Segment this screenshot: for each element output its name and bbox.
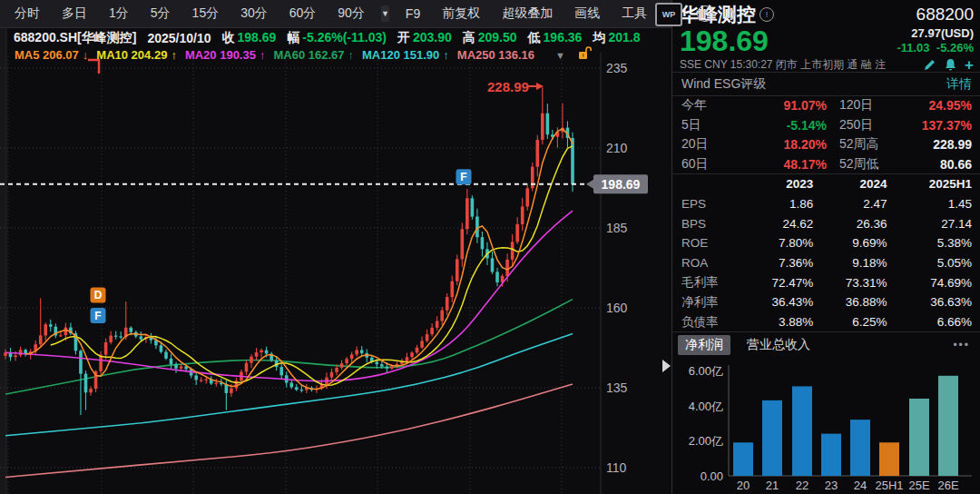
toolbar-item-分时[interactable]: 分时 <box>4 5 51 22</box>
fin-row-毛利率: 毛利率72.47%73.31%74.69% <box>681 272 972 292</box>
stat-250日: 250日137.37% <box>827 115 972 135</box>
fin-row-label: BPS <box>681 217 740 231</box>
info-icon[interactable]: ! <box>760 7 774 22</box>
field-label: 开 <box>397 30 410 44</box>
esg-detail-link[interactable]: 详情 <box>946 76 972 93</box>
fin-value: 36.88% <box>813 295 887 309</box>
y-tick-110: 110 <box>606 460 627 475</box>
fin-value: 6.25% <box>813 315 887 329</box>
toolbar-item-工具[interactable]: 工具 <box>611 5 658 22</box>
stat-label: 52周低 <box>839 156 879 173</box>
field-label: 收 <box>221 30 234 44</box>
bar-21[interactable] <box>762 400 782 476</box>
tab-净利润[interactable]: 净利润 <box>678 335 730 355</box>
toolbar-item-90分[interactable]: 90分 <box>327 5 376 22</box>
fin-row-label: EPS <box>681 197 740 211</box>
event-badge-F[interactable]: F <box>456 169 472 184</box>
ma-legend-MA20: MA20 190.35↑ <box>185 48 266 62</box>
stat-value: 228.99 <box>933 137 972 152</box>
toolbar-item-15分[interactable]: 15分 <box>181 5 230 22</box>
wp-overlay-icon[interactable]: WP <box>655 3 682 26</box>
bar-25H1[interactable] <box>879 442 899 476</box>
bar-22[interactable] <box>792 386 812 476</box>
fin-value: 26.36 <box>813 217 887 231</box>
fin-value: 72.47% <box>740 276 813 290</box>
toolbar-item-5分[interactable]: 5分 <box>140 5 181 22</box>
fin-value: 6.66% <box>887 315 972 329</box>
svg-text:F: F <box>460 171 466 183</box>
unlock-icon[interactable] <box>578 46 592 64</box>
stat-60日: 60日48.17% <box>681 154 827 174</box>
fin-row-label: 毛利率 <box>681 274 740 291</box>
toolbar-item-f9[interactable]: F9 <box>395 6 431 21</box>
candlestick-chart[interactable]: 198.69235210185160135110228.99DFF <box>0 0 671 494</box>
edit-pencil-icon[interactable] <box>923 58 936 72</box>
y-tick-210: 210 <box>606 141 628 155</box>
fin-value: 5.05% <box>887 256 972 270</box>
fin-col-2024: 2024 <box>813 177 887 191</box>
stat-120日: 120日24.95% <box>827 96 972 116</box>
fin-value: 3.88% <box>740 315 813 329</box>
bar-label-21: 21 <box>766 479 779 492</box>
tab-menu-icon[interactable]: ••• <box>953 339 975 351</box>
field-value: 201.8 <box>608 30 640 44</box>
bar-20[interactable] <box>733 442 753 476</box>
svg-text:198.69: 198.69 <box>602 177 641 192</box>
toolbar-item-超级叠加[interactable]: 超级叠加 <box>491 5 564 22</box>
ma-label-value: MA250 136.16 <box>457 48 534 62</box>
fin-value: 27.14 <box>887 217 972 231</box>
stat-value: -5.14% <box>787 118 827 133</box>
bar-25E[interactable] <box>909 399 929 476</box>
stat-value: 91.07% <box>784 98 827 113</box>
quote-info-row: 688200.SH[华峰测控] 2025/10/10 收198.69幅-5.26… <box>0 28 671 47</box>
ma-trend-arrow: ↑ <box>171 48 177 62</box>
fin-row-EPS: EPS1.862.471.45 <box>681 194 972 214</box>
field-均: 均201.8 <box>593 30 640 46</box>
field-收: 收198.69 <box>221 30 276 46</box>
toolbar-item-30分[interactable]: 30分 <box>230 5 279 22</box>
net-profit-bar-chart[interactable]: 6.00亿4.00亿2.00亿0.00202122232425H125E26E <box>672 358 980 494</box>
event-badge-F[interactable]: F <box>91 308 106 323</box>
ma-legend-MA60: MA60 162.67↑ <box>273 48 354 62</box>
usd-price: 27.97(USD) <box>911 26 974 40</box>
alert-bell-icon[interactable] <box>944 58 957 72</box>
chart-background <box>0 0 671 494</box>
chevron-right-icon[interactable]: ❯ <box>728 7 737 20</box>
bar-label-22: 22 <box>796 479 808 492</box>
quote-panel: 华峰测控 ! 688200 198.69 27.97(USD) -11.03 -… <box>671 0 980 494</box>
stat-value: 80.66 <box>940 157 972 172</box>
stat-5日: 5日-5.14% <box>681 115 827 135</box>
fin-value: 1.86 <box>740 197 813 211</box>
tab-营业总收入[interactable]: 营业总收入 <box>740 335 818 355</box>
bar-ytick-4.00亿: 4.00亿 <box>689 400 723 413</box>
toolbar-item-1分[interactable]: 1分 <box>98 5 140 22</box>
toolbar-item-前复权[interactable]: 前复权 <box>431 5 491 22</box>
status-text: SSE CNY 15:30:27 闭市 上市初期 通 融 注 <box>680 57 886 73</box>
collapse-panel-icon[interactable]: ▼ <box>555 50 565 61</box>
fin-row-label: 净利率 <box>681 294 740 311</box>
stat-value: 48.17% <box>784 157 827 172</box>
fin-value: 24.62 <box>740 217 813 231</box>
bar-23[interactable] <box>821 434 841 476</box>
y-tick-185: 185 <box>606 221 628 235</box>
ma-label-value: MA20 190.35 <box>185 48 256 62</box>
toolbar-item-60分[interactable]: 60分 <box>279 5 328 22</box>
toolbar-item-多日[interactable]: 多日 <box>51 5 98 22</box>
help-icon[interactable]: ? <box>697 5 713 22</box>
stock-code: 688200 <box>916 5 974 25</box>
toolbar-item-画线[interactable]: 画线 <box>564 5 611 22</box>
period-dropdown[interactable]: ▼ <box>381 5 389 22</box>
bar-26E[interactable] <box>938 376 958 476</box>
ma-legend-MA120: MA120 151.90↑ <box>362 48 449 62</box>
left-edge-strip <box>0 27 6 494</box>
event-badge-D[interactable]: D <box>91 287 106 302</box>
ma-legend-row: MA5 206.07↓MA10 204.29↑MA20 190.35↑MA60 … <box>0 47 671 63</box>
bar-label-24: 24 <box>854 479 867 492</box>
esg-row: Wind ESG评级 A 详情 <box>672 73 980 96</box>
field-低: 低196.36 <box>528 30 583 46</box>
stat-20日: 20日18.20% <box>681 135 827 155</box>
bar-24[interactable] <box>850 420 870 476</box>
stat-52周低: 52周低80.66 <box>827 154 972 174</box>
ma-trend-arrow: ↑ <box>260 48 266 62</box>
add-watchlist-icon[interactable]: + <box>965 60 974 71</box>
